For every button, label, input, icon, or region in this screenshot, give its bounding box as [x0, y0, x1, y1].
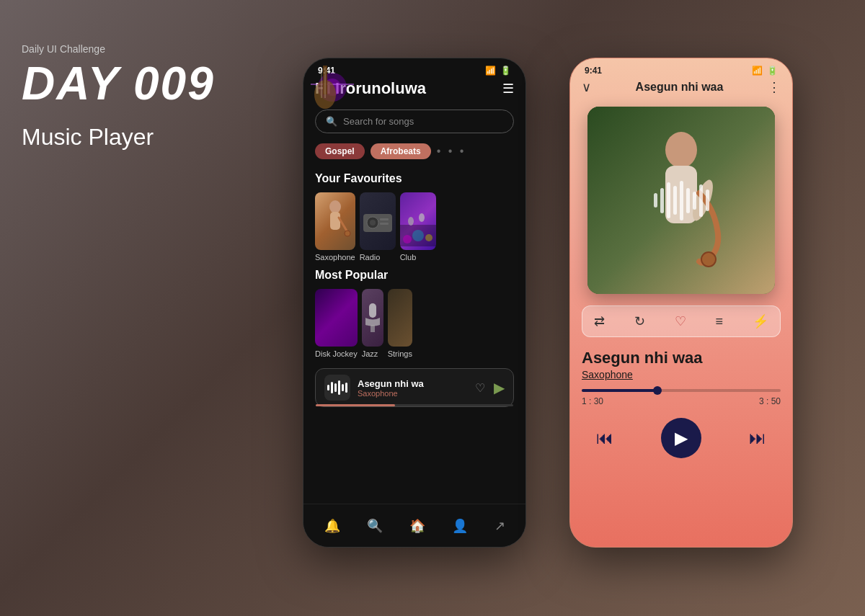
label-strings: Strings — [388, 349, 412, 358]
song-artist: Saxophone — [582, 369, 781, 380]
playback-controls: ⏮ ▶ ⏭ — [582, 418, 781, 458]
day-title: DAY 009 — [22, 61, 215, 107]
left-panel: Daily UI Challenge DAY 009 Music Player — [22, 43, 215, 151]
now-playing-controls: ♡ ▶ — [475, 379, 505, 396]
favourites-title: Your Favourites — [315, 172, 514, 185]
time-current: 1 : 30 — [582, 396, 603, 406]
description: Music Player — [22, 124, 215, 151]
battery-icon: 🔋 — [500, 66, 511, 76]
svg-point-0 — [329, 200, 341, 213]
play-icon: ▶ — [675, 428, 688, 448]
album-art — [587, 107, 775, 294]
popular-title: Most Popular — [315, 269, 514, 282]
progress-fill — [316, 404, 395, 406]
chevron-down-icon[interactable]: ∨ — [582, 79, 591, 95]
svg-rect-8 — [380, 223, 389, 225]
search-placeholder: Search for songs — [343, 116, 414, 127]
status-icons-right: 📶 🔋 — [752, 66, 778, 76]
svg-rect-18 — [369, 303, 376, 318]
time-labels: 1 : 30 3 : 50 — [582, 396, 781, 406]
play-button[interactable]: ▶ — [494, 379, 505, 396]
label-club: Club — [400, 253, 436, 262]
wifi-icon-right: 📶 — [752, 66, 763, 76]
subtitle: Daily UI Challenge — [22, 43, 215, 55]
favourites-row: Saxophone Radio — [315, 192, 514, 262]
radio-art — [360, 207, 396, 236]
play-pause-button[interactable]: ▶ — [661, 418, 701, 458]
progress-fill — [582, 389, 657, 392]
player-header: ∨ Asegun nhi waa ⋮ — [582, 79, 781, 95]
nav-share[interactable]: ↗ — [494, 518, 505, 534]
card-saxophone[interactable]: Saxophone — [315, 192, 355, 262]
player-header-title: Asegun nhi waa — [636, 81, 724, 94]
svg-rect-12 — [400, 225, 436, 246]
now-playing-bar[interactable]: Asegun nhi wa Saxophone ♡ ▶ — [315, 368, 514, 407]
svg-rect-19 — [371, 325, 375, 332]
waveform-overlay — [654, 181, 709, 220]
status-icons-left: 📶 🔋 — [485, 66, 511, 76]
equalizer-icon[interactable]: ⚡ — [753, 313, 768, 329]
svg-rect-1 — [330, 212, 340, 230]
label-jazz: Jazz — [362, 349, 383, 358]
time-right: 9:41 — [585, 66, 602, 76]
nav-home[interactable]: 🏠 — [409, 518, 425, 534]
song-info: Asegun nhi waa Saxophone — [582, 349, 781, 380]
svg-rect-7 — [380, 218, 389, 220]
now-playing-artist: Saxophone — [358, 389, 468, 398]
svg-point-26 — [665, 132, 697, 168]
skip-forward-icon[interactable]: ⏭ — [749, 428, 766, 448]
phone-right: 9:41 📶 🔋 ∨ Asegun nhi waa ⋮ — [569, 58, 793, 548]
queue-icon[interactable]: ≡ — [716, 314, 724, 329]
label-saxophone: Saxophone — [315, 253, 355, 262]
menu-icon[interactable]: ☰ — [502, 81, 514, 97]
now-playing-title: Asegun nhi wa — [358, 378, 468, 389]
progress-track[interactable] — [582, 389, 781, 392]
more-options-icon[interactable]: ⋮ — [768, 79, 781, 95]
wifi-icon: 📶 — [485, 66, 496, 76]
song-name: Asegun nhi waa — [582, 349, 781, 367]
heart-icon[interactable]: ♡ — [675, 313, 686, 329]
svg-point-13 — [408, 217, 414, 226]
shuffle-icon[interactable]: ⇄ — [594, 313, 605, 329]
bottom-nav: 🔔 🔍 🏠 👤 ↗ — [303, 504, 525, 547]
card-strings[interactable]: Strings — [388, 289, 412, 358]
nav-person[interactable]: 👤 — [452, 518, 468, 534]
now-playing-info: Asegun nhi wa Saxophone — [358, 378, 468, 398]
nav-bell[interactable]: 🔔 — [324, 518, 340, 534]
left-phone-content: Hi Irorunoluwa ☰ 🔍 Search for songs Gosp… — [303, 79, 525, 407]
label-dj: Disk Jockey — [315, 349, 358, 358]
genre-gospel[interactable]: Gospel — [315, 143, 365, 159]
svg-point-6 — [370, 220, 376, 226]
svg-point-14 — [419, 213, 425, 222]
progress-thumb — [653, 386, 662, 395]
phone-left: 9:41 📶 🔋 Hi Irorunoluwa ☰ 🔍 Search for s… — [303, 58, 526, 548]
card-dj[interactable]: Disk Jockey — [315, 289, 358, 358]
time-total: 3 : 50 — [759, 396, 781, 406]
genre-afrobeats[interactable]: Afrobeats — [371, 143, 431, 159]
svg-point-29 — [701, 252, 716, 267]
strings-art — [303, 58, 361, 116]
nav-search[interactable]: 🔍 — [367, 518, 383, 534]
search-icon: 🔍 — [326, 116, 337, 127]
card-radio[interactable]: Radio — [360, 192, 396, 262]
genre-tags: Gospel Afrobeats • • • — [315, 143, 514, 159]
club-art — [400, 196, 436, 246]
more-dots: • • • — [437, 145, 466, 158]
waveform-icon — [324, 375, 350, 401]
controls-bar: ⇄ ↻ ♡ ≡ ⚡ — [582, 305, 781, 337]
status-bar-right: 9:41 📶 🔋 — [570, 58, 792, 79]
jazz-art — [362, 300, 383, 336]
battery-icon-right: 🔋 — [767, 66, 778, 76]
card-jazz[interactable]: Jazz — [362, 289, 383, 358]
repeat-icon[interactable]: ↻ — [634, 313, 645, 329]
right-phone-content: ∨ Asegun nhi waa ⋮ — [570, 79, 792, 458]
heart-button[interactable]: ♡ — [475, 381, 485, 395]
skip-back-icon[interactable]: ⏮ — [596, 428, 613, 448]
saxophone-art — [317, 196, 353, 246]
label-radio: Radio — [360, 253, 396, 262]
card-club[interactable]: Club — [400, 192, 436, 262]
popular-row: Disk Jockey Jazz — [315, 289, 514, 358]
svg-point-3 — [345, 231, 350, 236]
progress-section: 1 : 30 3 : 50 — [582, 389, 781, 406]
progress-bar — [316, 404, 513, 406]
